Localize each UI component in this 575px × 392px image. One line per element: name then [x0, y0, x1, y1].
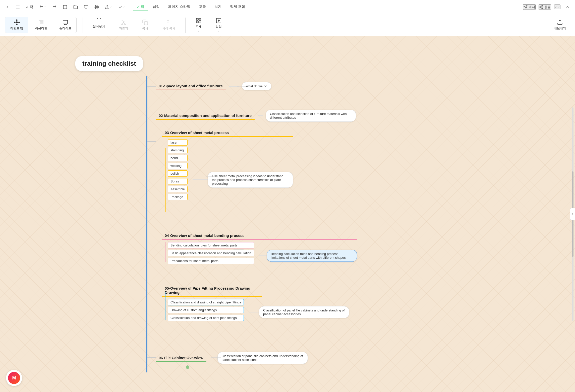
view-mode-group: 마인드 맵 아웃라인 슬라이드: [5, 17, 77, 33]
collapse-button[interactable]: [563, 4, 572, 10]
toolbar-sep-2: [185, 18, 186, 33]
nav-all-include[interactable]: 일체 포함: [226, 3, 249, 11]
open-button[interactable]: [71, 4, 80, 10]
branch-02: 02-Material composition and application …: [156, 110, 356, 122]
sub-item-stamping[interactable]: stamping: [168, 147, 188, 153]
redo-button[interactable]: [50, 4, 59, 10]
second-toolbar: 마인드 맵 아웃라인 슬라이드 붙여넣기: [0, 14, 575, 36]
branch-02-note[interactable]: Classification and selection of furnitur…: [266, 110, 356, 122]
nav-right-actions: 게시 공유 ?: [523, 4, 572, 10]
sub-item-bending-calc[interactable]: Bending calculation rules for sheet meta…: [168, 242, 254, 248]
nav-menu: 시작 삽입 페이지 스타일 고급 보기 일체 포함: [133, 3, 249, 11]
right-panel-toggle[interactable]: [570, 208, 575, 220]
root-node[interactable]: training checklist: [75, 56, 143, 71]
print-button[interactable]: [92, 4, 101, 10]
sub-item-bent-pipe[interactable]: Classification and drawing of bent pipe …: [168, 315, 244, 321]
outline-view-button[interactable]: 아웃라인: [30, 17, 52, 33]
svg-point-15: [542, 8, 543, 9]
sub-item-straight-pipe[interactable]: Classification and drawing of straight p…: [168, 299, 244, 305]
branch-04-note[interactable]: Bending calculation rules and bending pr…: [267, 250, 357, 262]
svg-rect-6: [84, 5, 88, 8]
svg-rect-43: [196, 18, 198, 20]
file-button[interactable]: 시작: [24, 4, 35, 10]
sub-item-package[interactable]: Package: [168, 194, 188, 200]
svg-rect-31: [63, 20, 68, 24]
paste-tool[interactable]: 붙여넣기: [89, 16, 109, 34]
undo-button[interactable]: [37, 4, 48, 10]
svg-line-17: [540, 6, 542, 7]
svg-point-25: [14, 22, 15, 23]
branch-03-container: 03-Overview of sheet metal process laser…: [156, 129, 293, 200]
sub-item-angle-fittings[interactable]: Drawing of custom angle fittings: [168, 307, 244, 313]
add-button[interactable]: [61, 4, 69, 10]
sub-item-laser[interactable]: laser: [168, 139, 188, 146]
help-button[interactable]: ?: [554, 5, 560, 9]
svg-point-18: [16, 22, 18, 23]
insert-tool[interactable]: 삽입: [212, 16, 226, 34]
branch-03-label[interactable]: 03-Overview of sheet metal process: [162, 129, 293, 137]
nav-view[interactable]: 보기: [210, 3, 225, 11]
copy-tool: 복사: [138, 17, 152, 33]
branch-04-label[interactable]: 04-Overview of sheet metal bending proce…: [162, 232, 357, 240]
nav-start[interactable]: 시작: [133, 3, 148, 11]
note-button[interactable]: [82, 4, 90, 10]
theme-tool[interactable]: 주제: [192, 16, 206, 34]
sub-item-bend[interactable]: bend: [168, 155, 188, 161]
menu-button[interactable]: [14, 4, 22, 10]
svg-line-38: [122, 22, 124, 24]
svg-point-37: [125, 24, 126, 25]
sub-item-precautions[interactable]: Precautions for sheet metal parts: [168, 258, 254, 264]
format-copy-tool: 서식 복사: [158, 17, 179, 33]
mindmap-view-button[interactable]: 마인드 맵: [5, 17, 28, 33]
svg-rect-35: [98, 18, 100, 19]
svg-line-16: [540, 7, 542, 8]
branch-04-container: 04-Overview of sheet metal bending proce…: [156, 232, 357, 264]
svg-point-26: [19, 22, 20, 23]
svg-rect-44: [199, 18, 201, 20]
mindmap-lines: [0, 36, 575, 392]
svg-rect-41: [144, 22, 148, 25]
nav-page-style[interactable]: 페이지 스타일: [164, 3, 194, 11]
share-button[interactable]: 공유: [539, 4, 551, 10]
nav-insert[interactable]: 삽입: [149, 3, 164, 11]
branch-05-note[interactable]: Classification of panel file cabinets an…: [259, 306, 349, 318]
svg-line-40: [122, 20, 125, 22]
sub-item-assemble[interactable]: Assemble: [168, 186, 188, 192]
svg-line-39: [124, 22, 125, 24]
back-button[interactable]: [3, 4, 12, 10]
svg-rect-9: [96, 7, 98, 9]
branch-05-container: 05-Overview of Pipe Fitting Processing D…: [156, 285, 349, 321]
branch-02-label[interactable]: 02-Material composition and application …: [156, 112, 255, 120]
branch-03-note[interactable]: Use sheet metal processing videos to und…: [208, 172, 293, 188]
check-button[interactable]: [116, 4, 127, 10]
cut-tool: 자르기: [115, 17, 132, 33]
branch-01-label[interactable]: 01-Space layout and office furniture: [156, 82, 226, 90]
branch-06-note[interactable]: Classification of panel file cabinets an…: [217, 352, 308, 364]
top-toolbar: 시작 시작 삽입 페이지 스타일 고급 보기 일체 포함: [0, 0, 575, 14]
sub-item-welding[interactable]: welding: [168, 163, 188, 169]
svg-point-14: [540, 7, 541, 8]
svg-point-36: [122, 24, 123, 25]
svg-point-24: [16, 24, 17, 25]
nav-advanced[interactable]: 고급: [195, 3, 210, 11]
svg-point-23: [16, 20, 17, 21]
branch-01: 01-Space layout and office furniture wha…: [156, 82, 271, 90]
sub-item-basic-appearance[interactable]: Basic appearance classification and bend…: [168, 250, 254, 256]
svg-rect-45: [196, 21, 198, 23]
publish-button[interactable]: 게시: [523, 4, 536, 10]
svg-rect-46: [199, 21, 201, 23]
sub-item-polish[interactable]: polish: [168, 170, 188, 177]
logo-inner: M: [8, 372, 20, 384]
branch-06-container: 06-File Cabinet Overview Classification …: [156, 352, 308, 364]
toolbar-sep-1: [83, 18, 83, 33]
canvas-area: training checklist 01-Space layout and o…: [0, 36, 575, 392]
app-logo: M: [6, 370, 22, 386]
export-tool[interactable]: 내보내기: [550, 17, 570, 33]
branch-05-label[interactable]: 05-Overview of Pipe Fitting Processing D…: [162, 285, 262, 297]
branch-06-label[interactable]: 06-File Cabinet Overview: [156, 354, 206, 362]
branch-01-note[interactable]: what do we do: [242, 82, 271, 90]
slide-view-button[interactable]: 슬라이드: [54, 17, 76, 33]
svg-point-13: [542, 5, 543, 6]
sub-item-spray[interactable]: Spray: [168, 178, 188, 184]
export-dropdown-button[interactable]: [103, 4, 114, 10]
